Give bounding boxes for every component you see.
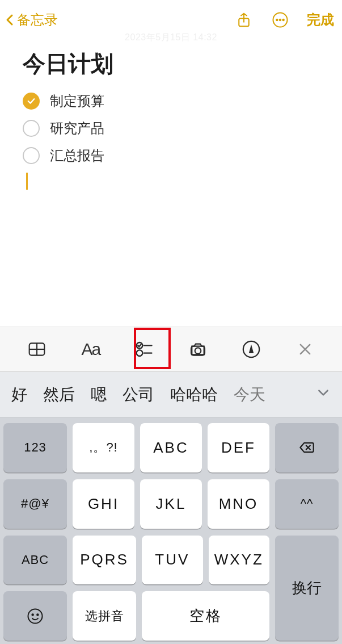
checklist-item-text[interactable]: 制定预算 [50, 92, 104, 110]
svg-point-4 [282, 19, 284, 21]
checkbox-checked-icon[interactable] [23, 93, 40, 110]
format-toolbar: Aa [0, 327, 342, 372]
text-cursor [26, 173, 28, 190]
svg-point-19 [28, 609, 43, 623]
more-button[interactable] [271, 10, 290, 30]
nav-actions: 完成 [234, 10, 334, 30]
key-return[interactable]: 换行 [275, 536, 339, 641]
svg-point-3 [280, 19, 281, 21]
key-punct[interactable]: ,。?! [73, 423, 134, 472]
candidate-word[interactable]: 然后 [43, 384, 75, 405]
checklist-item[interactable]: 制定预算 [23, 87, 319, 115]
table-button[interactable] [20, 335, 54, 363]
key-abc[interactable]: ABC [140, 423, 202, 472]
camera-button[interactable] [181, 335, 215, 363]
candidate-word[interactable]: 好 [11, 384, 27, 405]
checkbox-empty-icon[interactable] [23, 120, 40, 137]
key-backspace[interactable] [275, 423, 339, 472]
svg-point-2 [276, 19, 278, 21]
key-wxyz[interactable]: WXYZ [209, 536, 270, 585]
back-label: 备忘录 [17, 11, 58, 29]
expand-candidates-button[interactable] [316, 385, 331, 404]
svg-point-21 [37, 614, 39, 616]
key-jkl[interactable]: JKL [140, 479, 202, 529]
key-def[interactable]: DEF [208, 423, 269, 472]
candidate-word[interactable]: 公司 [123, 384, 154, 405]
key-shift[interactable]: ABC [3, 536, 67, 585]
done-button[interactable]: 完成 [307, 11, 334, 29]
close-toolbar-button[interactable] [288, 335, 322, 363]
share-button[interactable] [234, 10, 254, 30]
checklist-item[interactable]: 研究产品 [23, 115, 319, 142]
key-face[interactable]: ^^ [275, 479, 339, 529]
key-grid: 123 ,。?! ABC DEF #@¥ GHI JKL MNO ^^ ABC … [0, 417, 342, 644]
note-body[interactable]: 今日计划 制定预算研究产品汇总报告 [0, 44, 342, 190]
candidate-bar: 好 然后 嗯 公司 哈哈哈 今天 [0, 372, 342, 417]
key-emoji[interactable] [3, 591, 67, 641]
key-tuv[interactable]: TUV [142, 536, 203, 585]
candidate-word[interactable]: 哈哈哈 [170, 384, 218, 405]
candidate-word[interactable]: 今天 [234, 384, 265, 405]
svg-point-20 [32, 614, 33, 616]
checklist-item-text[interactable]: 研究产品 [50, 119, 104, 137]
key-mno[interactable]: MNO [208, 479, 269, 529]
text-style-button[interactable]: Aa [74, 335, 108, 363]
checklist-button[interactable] [127, 335, 161, 363]
note-title[interactable]: 今日计划 [23, 48, 319, 80]
note-timestamp: 2023年5月15日 14:32 [0, 32, 342, 44]
checklist-item[interactable]: 汇总报告 [23, 142, 319, 169]
key-ghi[interactable]: GHI [73, 479, 134, 529]
checklist-item-text[interactable]: 汇总报告 [50, 147, 104, 165]
key-space[interactable]: 空格 [142, 591, 269, 641]
key-pinyin[interactable]: 选拼音 [73, 591, 136, 641]
key-pqrs[interactable]: PQRS [73, 536, 136, 585]
key-numbers[interactable]: 123 [3, 423, 67, 472]
keyboard: 好 然后 嗯 公司 哈哈哈 今天 123 ,。?! ABC DEF #@¥ GH… [0, 372, 342, 644]
markup-button[interactable] [234, 335, 268, 363]
svg-point-10 [137, 350, 143, 356]
chevron-left-icon [3, 13, 17, 27]
back-button[interactable]: 备忘录 [3, 11, 58, 29]
checkbox-empty-icon[interactable] [23, 147, 40, 164]
svg-point-13 [195, 348, 201, 354]
key-symbols[interactable]: #@¥ [3, 479, 67, 529]
candidate-word[interactable]: 嗯 [91, 384, 107, 405]
